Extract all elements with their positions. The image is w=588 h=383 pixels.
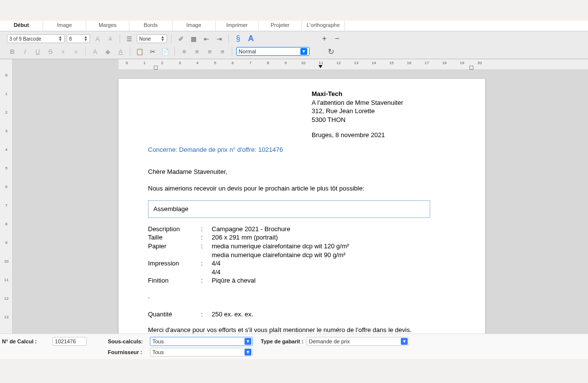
left-indent-marker[interactable] (154, 66, 158, 70)
tab-imprimer[interactable]: Imprimer (216, 21, 259, 31)
sous-label: Sous-calculs: (108, 338, 147, 344)
chevron-down-icon: ▼ (300, 48, 307, 55)
font-shrink-button[interactable]: A (105, 34, 116, 44)
tab-debut[interactable]: Début (0, 21, 43, 31)
tab-marges[interactable]: Marges (86, 21, 129, 31)
spec-label-quantite: Quantité (148, 310, 201, 319)
date-line: Bruges, 8 novembre 2021 (312, 131, 456, 140)
chevron-down-icon: ▼ (401, 338, 408, 345)
tab-image[interactable]: Image (43, 21, 86, 31)
spec-block: Description:Campagne 2021 - Brochure Tai… (148, 225, 456, 285)
eraser-button[interactable]: ✐ (175, 34, 186, 44)
editor-area: 012345678910111213 012345678910111213141… (0, 59, 588, 334)
refresh-button[interactable]: ↻ (325, 47, 336, 56)
align-center-button[interactable]: ≡ (192, 47, 202, 56)
font-grow-button[interactable]: A (92, 34, 103, 44)
calc-label: N° de Calcul : (2, 338, 37, 344)
cut-button[interactable]: ✂ (147, 47, 158, 56)
chevron-down-icon: ▼ (245, 349, 251, 356)
section-icon[interactable]: § (233, 34, 244, 44)
right-indent-marker[interactable] (469, 66, 473, 70)
horizontal-ruler: 01234567891011121314151617181920 (119, 59, 588, 70)
toolbar: 3 of 9 Barcode ▲▼ 8 ▲▼ A A ☰ None ▲▼ ✐ ▦… (0, 31, 588, 59)
subject-line: Concerne: Demande de prix n° d'offre: 10… (148, 145, 456, 154)
spec-value-impression2: 4/4 (212, 268, 456, 277)
spec-label-description: Description (148, 225, 201, 234)
footer-bar: N° de Calcul : 1021476 Sous-calculs: Tou… (0, 334, 588, 359)
salutation: Chère Madame Stavenuiter, (148, 168, 456, 176)
attention-line: A l'attention de Mme Stavenuiter (312, 98, 456, 107)
spec-value-finition: Piqûre à cheval (212, 276, 456, 285)
tab-marker[interactable] (318, 65, 322, 68)
align-justify-button[interactable]: ≡ (217, 47, 228, 56)
spec-label-taille: Taille (148, 233, 201, 242)
tab-bords[interactable]: Bords (129, 21, 172, 31)
chevron-down-icon: ▼ (245, 338, 251, 345)
fontcolor2-button[interactable]: A (115, 47, 126, 56)
fourn-label: Fournisseur : (108, 349, 147, 355)
indent-right-button[interactable]: ⇥ (214, 34, 224, 44)
select-all-button[interactable]: ▦ (188, 34, 199, 44)
font-select[interactable]: 3 of 9 Barcode ▲▼ (7, 34, 65, 43)
document-page[interactable]: Maxi-Tech A l'attention de Mme Stavenuit… (119, 79, 485, 334)
fontsize-select[interactable]: 8 ▲▼ (67, 34, 90, 43)
spec-value-quantite: 250 ex. ex. ex. (212, 310, 456, 319)
liststyle-select[interactable]: None ▲▼ (137, 34, 167, 43)
tab-bar: Début Image Marges Bords Image Imprimer … (0, 21, 588, 31)
assemblage-box[interactable]: Assemblage (148, 200, 430, 218)
intro-paragraph: Nous aimerions recevoir un devis pour le… (148, 184, 456, 193)
spec-label-papier: Papier (148, 242, 201, 251)
align-right-button[interactable]: ≡ (204, 47, 215, 56)
copy-button[interactable]: 📋 (134, 47, 145, 56)
fourn-select[interactable]: Tous ▼ (150, 348, 253, 357)
assemblage-value: Assemblage (153, 205, 189, 213)
list-icon[interactable]: ☰ (124, 34, 135, 44)
spec-label-finition: Finition (148, 276, 201, 285)
street-line: 312, Rue Jean Lorette (312, 107, 456, 116)
paragraph-style-value: Normal (239, 48, 256, 54)
sous-select[interactable]: Tous ▼ (150, 337, 253, 346)
fill-button[interactable]: ◆ (102, 47, 113, 56)
superscript-button[interactable]: x (71, 47, 81, 56)
dot-line: . (148, 292, 456, 301)
underline-button[interactable]: U (32, 47, 43, 56)
type-select[interactable]: Demande de prix ▼ (306, 337, 409, 346)
fourn-select-value: Tous (152, 349, 164, 355)
vertical-ruler: 012345678910111213 (0, 59, 13, 334)
type-label: Type de gabarit : (261, 338, 303, 344)
strike-button[interactable]: S (45, 47, 56, 56)
city-line: 5300 THON (312, 116, 456, 124)
company-name: Maxi-Tech (312, 90, 456, 98)
fontsize-value: 8 (69, 36, 72, 42)
italic-button[interactable]: I (20, 47, 30, 56)
calc-input[interactable]: 1021476 (52, 337, 87, 346)
liststyle-value: None (139, 36, 151, 42)
spec-label-impression: Impression (148, 259, 201, 268)
spec-value-papier2: media numerique clairefontaine dcp wit 9… (212, 251, 456, 260)
sous-select-value: Tous (152, 338, 164, 344)
zoom-out-button[interactable]: − (332, 34, 343, 44)
textcolor-button[interactable]: A (245, 34, 256, 44)
updown-icon: ▲▼ (58, 36, 62, 42)
subscript-button[interactable]: x (58, 47, 69, 56)
thanks-paragraph: Merci d'avance pour vos efforts et s'il … (148, 326, 456, 334)
spec-value-taille: 206 x 291 mm (portrait) (212, 233, 456, 242)
paragraph-style-select[interactable]: Normal ▼ (236, 47, 310, 56)
highlight-button[interactable]: A (90, 47, 100, 56)
spec-value-impression1: 4/4 (212, 259, 456, 268)
tab-image2[interactable]: Image (172, 21, 216, 31)
indent-left-button[interactable]: ⇤ (201, 34, 212, 44)
spec-value-papier1: media numerique clairefontaine dcp wit 1… (212, 242, 456, 251)
updown-icon: ▲▼ (84, 36, 88, 42)
bold-button[interactable]: B (7, 47, 18, 56)
type-select-value: Demande de prix (309, 338, 350, 344)
align-left-button[interactable]: ≡ (179, 47, 190, 56)
tab-projeter[interactable]: Projeter (259, 21, 302, 31)
updown-icon: ▲▼ (161, 36, 165, 42)
paste-button[interactable]: 📄 (160, 47, 171, 56)
font-select-value: 3 of 9 Barcode (9, 36, 41, 42)
spec-value-description: Campagne 2021 - Brochure (212, 225, 456, 234)
zoom-in-button[interactable]: + (319, 34, 330, 44)
tab-orthographe[interactable]: L'orthographe (302, 21, 345, 31)
